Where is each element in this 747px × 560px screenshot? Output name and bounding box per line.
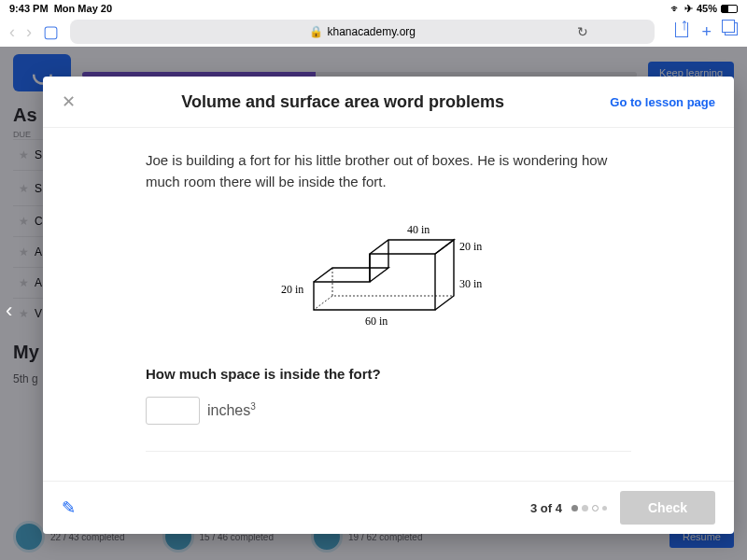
modal-footer: ✎ 3 of 4 Check (43, 481, 734, 534)
status-left: 9:43 PM Mon May 20 (9, 3, 112, 14)
unit-label: inches3 (207, 401, 256, 419)
modal-body: Joe is building a fort for his little br… (43, 128, 734, 481)
pager-text: 3 of 4 (530, 501, 562, 515)
dim-bottom: 60 in (365, 315, 388, 328)
back-button[interactable]: ‹ (9, 22, 15, 42)
scratchpad-icon[interactable]: ✎ (62, 497, 76, 518)
dim-left: 20 in (281, 283, 303, 296)
wifi-icon: ᯤ (670, 3, 681, 14)
status-right: ᯤ ✈ 45% (670, 3, 738, 15)
dim-right: 30 in (459, 277, 482, 290)
reload-icon[interactable]: ↻ (577, 24, 588, 39)
status-bar: 9:43 PM Mon May 20 ᯤ ✈ 45% (0, 0, 747, 17)
dim-right-up: 20 in (459, 240, 482, 253)
tabs-icon[interactable] (725, 22, 738, 35)
pager-dots (571, 505, 607, 511)
modal-header: ✕ Volume and surface area word problems … (43, 77, 734, 128)
lesson-link[interactable]: Go to lesson page (610, 95, 715, 109)
url-bar[interactable]: 🔒 khanacademy.org ↻ (70, 20, 655, 44)
fort-diagram: 40 in 20 in 20 in 30 in 60 in (146, 217, 631, 347)
answer-row: inches3 (146, 397, 631, 425)
url-text: khanacademy.org (327, 25, 416, 38)
modal-title: Volume and surface area word problems (76, 92, 610, 112)
prev-chevron-icon[interactable]: ‹ (6, 299, 12, 323)
new-tab-icon[interactable]: + (701, 22, 712, 42)
close-icon[interactable]: ✕ (62, 91, 76, 112)
bookmarks-icon[interactable]: ▢ (43, 21, 59, 42)
battery-icon (721, 5, 738, 13)
forward-button[interactable]: › (26, 22, 32, 42)
question-text: How much space is inside the fort? (146, 366, 631, 382)
dim-top: 40 in (407, 223, 430, 236)
battery-text: 45% (697, 3, 717, 14)
exercise-modal: ✕ Volume and surface area word problems … (43, 77, 734, 534)
share-icon[interactable]: ↑ (675, 22, 688, 37)
location-icon: ✈ (684, 3, 693, 15)
answer-input[interactable] (146, 397, 200, 425)
problem-text: Joe is building a fort for his little br… (146, 150, 631, 192)
check-button[interactable]: Check (620, 491, 715, 525)
browser-toolbar: ‹ › ▢ 🔒 khanacademy.org ↻ ↑ + (0, 17, 747, 47)
lock-icon: 🔒 (309, 25, 323, 38)
